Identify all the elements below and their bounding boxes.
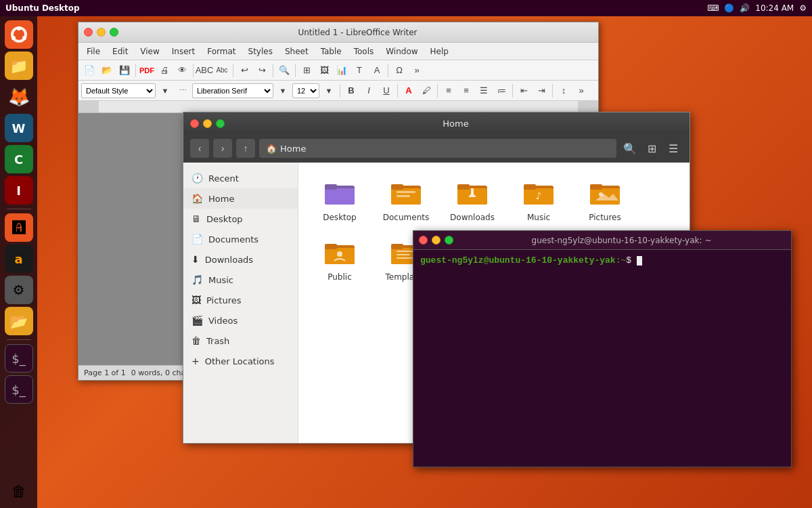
- sidebar-item-recent[interactable]: 🕐 Recent: [183, 168, 298, 188]
- menu-table[interactable]: Table: [315, 45, 347, 58]
- keyboard-icon[interactable]: ⌨: [707, 3, 719, 13]
- tb-spellcheck[interactable]: ABC: [196, 62, 212, 79]
- sidebar-item-home[interactable]: 🏠 Home: [183, 188, 298, 209]
- menu-window[interactable]: Window: [380, 45, 423, 58]
- fm-back-button[interactable]: ‹: [190, 139, 209, 158]
- tb-autocorrect[interactable]: Abc: [214, 62, 230, 79]
- tb-underline[interactable]: U: [378, 83, 394, 99]
- tb-more2[interactable]: »: [573, 83, 589, 99]
- menu-format[interactable]: Format: [202, 45, 241, 58]
- tb-font-menu[interactable]: ▼: [275, 83, 291, 99]
- term-minimize-button[interactable]: [432, 236, 441, 245]
- tb-style-more[interactable]: ⋯: [175, 83, 191, 99]
- fm-minimize-button[interactable]: [203, 119, 212, 128]
- tb-font-color[interactable]: A: [401, 83, 417, 99]
- calc-button[interactable]: C: [5, 145, 33, 173]
- tb-redo[interactable]: ↪: [254, 62, 270, 79]
- terminal-button[interactable]: $_: [5, 344, 33, 373]
- menu-view[interactable]: View: [135, 45, 164, 58]
- tb-bullets[interactable]: ☰: [476, 83, 492, 99]
- lo-maximize-button[interactable]: [110, 28, 118, 37]
- writer-button[interactable]: W: [5, 114, 33, 142]
- menu-insert[interactable]: Insert: [166, 45, 200, 58]
- tb-open[interactable]: 📂: [99, 62, 115, 79]
- tb-save[interactable]: 💾: [116, 62, 133, 79]
- tb-more[interactable]: »: [409, 62, 425, 79]
- menu-help[interactable]: Help: [425, 45, 454, 58]
- tb-find[interactable]: 🔍: [276, 62, 292, 79]
- bluetooth-icon[interactable]: 🔵: [724, 3, 734, 13]
- menu-sheet[interactable]: Sheet: [279, 45, 314, 58]
- folder-documents[interactable]: Documents: [376, 173, 436, 228]
- folder-public[interactable]: Public: [309, 233, 370, 287]
- font-size-dropdown[interactable]: 12: [292, 83, 319, 98]
- tb-chart[interactable]: 📊: [334, 62, 350, 79]
- power-icon[interactable]: ⚙: [799, 3, 807, 13]
- sidebar-item-videos[interactable]: 🎬 Videos: [183, 310, 298, 331]
- fm-grid-view-button[interactable]: ⊞: [642, 139, 661, 158]
- fm-path-bar[interactable]: 🏠 Home: [259, 139, 616, 158]
- appstore-button[interactable]: 🅰: [5, 213, 33, 242]
- tb-image[interactable]: 🖼: [316, 62, 332, 79]
- folder-music[interactable]: ♪ Music: [508, 173, 569, 228]
- tb-new[interactable]: 📄: [81, 62, 97, 79]
- font-dropdown[interactable]: Liberation Serif: [192, 83, 273, 98]
- volume-icon[interactable]: 🔊: [740, 3, 750, 13]
- impress-button[interactable]: I: [5, 176, 33, 205]
- sidebar-item-other-locations[interactable]: + Other Locations: [183, 351, 298, 371]
- folder-pictures[interactable]: Pictures: [574, 173, 635, 228]
- ubuntu-button[interactable]: [5, 20, 33, 49]
- tb-italic[interactable]: I: [361, 83, 377, 99]
- tb-numbering[interactable]: ≔: [493, 83, 510, 99]
- sidebar-item-pictures[interactable]: 🖼 Pictures: [183, 290, 298, 310]
- tb-text[interactable]: T: [351, 62, 367, 79]
- fm-menu-button[interactable]: ☰: [664, 139, 683, 158]
- sidebar-item-desktop[interactable]: 🖥 Desktop: [183, 209, 298, 229]
- lo-minimize-button[interactable]: [97, 28, 106, 37]
- amazon-button[interactable]: a: [5, 245, 33, 273]
- tb-align-center[interactable]: ≡: [458, 83, 474, 99]
- fm-forward-button[interactable]: ›: [213, 139, 232, 158]
- fm-maximize-button[interactable]: [216, 119, 225, 128]
- files-button[interactable]: 📁: [5, 51, 33, 80]
- tb-print[interactable]: 🖨: [156, 62, 173, 79]
- term-close-button[interactable]: [419, 236, 428, 245]
- tb-indent-inc[interactable]: ⇥: [533, 83, 549, 99]
- sidebar-item-downloads[interactable]: ⬇ Downloads: [183, 249, 298, 270]
- tb-size-menu[interactable]: ▼: [321, 83, 337, 99]
- tb-export-pdf[interactable]: PDF: [139, 62, 155, 79]
- tb-sep-2: [193, 64, 194, 77]
- fm-search-button[interactable]: 🔍: [621, 139, 639, 158]
- tb-highlight[interactable]: 🖊: [418, 83, 434, 99]
- tb-fontwork[interactable]: A: [369, 62, 385, 79]
- folder-button[interactable]: 📂: [5, 307, 33, 335]
- term-content[interactable]: guest-ng5ylz@ubuntu-16-10-yakkety-yak:~$: [413, 250, 791, 467]
- tb-special-char[interactable]: Ω: [391, 62, 407, 79]
- terminal2-button[interactable]: $_: [5, 375, 33, 404]
- tb-table[interactable]: ⊞: [298, 62, 315, 79]
- tb-align-left[interactable]: ≡: [441, 83, 457, 99]
- tb-linespacing[interactable]: ↕: [556, 83, 572, 99]
- folder-desktop[interactable]: Desktop: [309, 173, 370, 228]
- fm-close-button[interactable]: [190, 119, 199, 128]
- sidebar-item-documents[interactable]: 📄 Documents: [183, 229, 298, 249]
- sidebar-item-trash[interactable]: 🗑 Trash: [183, 331, 298, 351]
- menu-styles[interactable]: Styles: [243, 45, 278, 58]
- menu-edit[interactable]: Edit: [107, 45, 133, 58]
- tb-bold[interactable]: B: [343, 83, 359, 99]
- folder-downloads[interactable]: Downloads: [442, 173, 503, 228]
- settings-button[interactable]: ⚙: [5, 276, 33, 304]
- fm-up-button[interactable]: ↑: [236, 139, 255, 158]
- style-dropdown[interactable]: Default Style: [81, 83, 156, 98]
- tb-undo[interactable]: ↩: [236, 62, 252, 79]
- menu-tools[interactable]: Tools: [348, 45, 380, 58]
- tb-preview[interactable]: 👁: [174, 62, 190, 79]
- tb-indent-dec[interactable]: ⇤: [516, 83, 532, 99]
- firefox-button[interactable]: 🦊: [5, 83, 33, 111]
- term-maximize-button[interactable]: [445, 236, 453, 245]
- menu-file[interactable]: File: [81, 45, 106, 58]
- tb-style-menu[interactable]: ▼: [157, 83, 173, 99]
- lo-close-button[interactable]: [84, 28, 93, 37]
- trash-button[interactable]: 🗑: [5, 477, 33, 505]
- sidebar-item-music[interactable]: 🎵 Music: [183, 270, 298, 290]
